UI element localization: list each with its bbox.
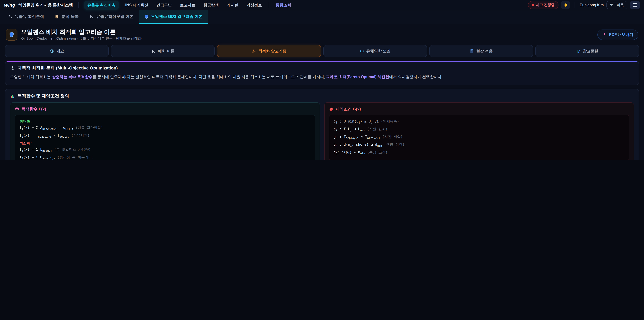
tab-label: 유체역학 모델 <box>366 49 390 54</box>
constraint-panel-title-text: 제약조건 G(x) <box>336 106 361 112</box>
section-body: 오일펜스 배치 최적화는 상충하는 복수 목적함수를 동시에 만족해야 하는 전… <box>10 74 634 80</box>
section-title-text: 다목적 최적화 문제 (Multi-Objective Optimization… <box>18 65 118 71</box>
building-icon <box>470 49 474 53</box>
microscope-icon <box>8 15 12 19</box>
incident-status-label: 사고 진행중 <box>536 3 554 8</box>
logout-button[interactable]: 로그아웃 <box>606 1 627 9</box>
nav-item-hns-air-diffusion[interactable]: HNS·대기확산 <box>120 1 152 10</box>
section-title: 목적함수 및 제약조건 정의 <box>10 93 634 99</box>
tab-references[interactable]: 참고문헌 <box>535 45 639 57</box>
main-nav: 유출유 확산예측 HNS·대기확산 긴급구난 보고자료 항공탐색 게시판 기상정… <box>84 1 524 10</box>
bell-icon <box>564 3 568 7</box>
subtab-spill-analysis[interactable]: 유출유 확산분석 <box>3 11 50 24</box>
tab-label: 현장 적용 <box>476 49 492 54</box>
top-bar: Wing 해양환경 위기대응 통합시스템 유출유 확산예측 HNS·대기확산 긴… <box>0 0 644 11</box>
constraint-formulas: g1 : U·sin(θi) ≤ Uc ∀i (임계유속)g2 : Σ Lj ≤… <box>329 115 629 160</box>
objective-formulas: 최대화:f1(x) = Σ Ablocked,i · wESI,i (가중 차단… <box>15 115 315 160</box>
page-icon-box <box>6 29 18 41</box>
pdf-export-label: PDF 내보내기 <box>609 32 633 37</box>
subtab-boom-algorithm-theory[interactable]: 오일펜스 배치 알고리즘 이론 <box>139 11 208 24</box>
section-tabs: 개요 배치 이론 최적화 알고리즘 유체역학 모델 현장 적용 참고문헌 <box>5 45 639 57</box>
subtab-label: 분석 목록 <box>62 14 79 20</box>
objective-panel-title: 목적함수 F(x) <box>15 106 315 112</box>
objective-panel: 목적함수 F(x) 최대화:f1(x) = Σ Ablocked,i · wES… <box>10 102 320 160</box>
nav-item-reports[interactable]: 보고자료 <box>176 1 199 10</box>
incident-status-badge: 사고 진행중 <box>528 1 559 9</box>
nav-item-aerial-search[interactable]: 항공탐색 <box>200 1 222 10</box>
section-objective-constraints: 목적함수 및 제약조건 정의 목적함수 F(x) 최대화:f1(x) = Σ A… <box>5 89 639 160</box>
formula-line: g4 : d(pi, shore) ≥ dmin (연안 이격) <box>334 141 624 149</box>
menu-button[interactable] <box>630 1 640 9</box>
formula-line: g2 : Σ Lj ≤ Lmax (자원 한계) <box>334 126 624 134</box>
nav-item-emergency-rescue[interactable]: 긴급구난 <box>153 1 175 10</box>
tab-field-application[interactable]: 현장 적용 <box>429 45 533 57</box>
shield-icon <box>144 15 148 19</box>
gear-icon <box>252 49 256 53</box>
constraint-panel: 제약조건 G(x) g1 : U·sin(θi) ≤ Uc ∀i (임계유속)g… <box>324 102 634 160</box>
shield-icon <box>9 32 14 38</box>
objective-constraint-columns: 목적함수 F(x) 최대화:f1(x) = Σ Ablocked,i · wES… <box>10 102 634 160</box>
wave-icon <box>360 49 364 53</box>
nav-item-board[interactable]: 게시판 <box>224 1 242 10</box>
tab-label: 참고문헌 <box>583 49 598 54</box>
highlight-term: 파레토 최적(Pareto Optimal) 해집합 <box>326 75 389 79</box>
tab-hydrodynamics-model[interactable]: 유체역학 모델 <box>323 45 427 57</box>
nav-item-oil-spill-prediction[interactable]: 유출유 확산예측 <box>84 1 119 10</box>
subtab-label: 유출유확산모델 이론 <box>96 14 134 20</box>
pdf-export-button[interactable]: PDF 내보내기 <box>598 30 638 40</box>
globe-icon <box>50 49 54 53</box>
formula-line: g5: h(pi) ≥ hmin (수심 조건) <box>334 149 624 157</box>
nav-item-weather-info[interactable]: 기상정보 <box>243 1 265 10</box>
page-title: 오일펜스 배치 최적화 알고리즘 이론 <box>21 29 142 35</box>
formula-line: g3 : Tdeploy,i ≤ Tarrive,i (시간 제약) <box>334 134 624 141</box>
notifications-button[interactable] <box>561 1 570 9</box>
section-multi-objective: 다목적 최적화 문제 (Multi-Objective Optimization… <box>5 61 639 85</box>
target-icon <box>15 107 19 111</box>
tab-deployment-theory[interactable]: 배치 이론 <box>111 45 215 57</box>
download-icon <box>602 33 607 37</box>
subtab-label: 유출유 확산분석 <box>15 14 44 20</box>
divider <box>78 2 79 8</box>
tab-overview[interactable]: 개요 <box>5 45 109 57</box>
divider <box>575 2 575 8</box>
page-header: 오일펜스 배치 최적화 알고리즘 이론 Oil Boom Deployment … <box>5 24 639 44</box>
clipboard-icon <box>55 15 59 19</box>
objective-panel-title-text: 목적함수 F(x) <box>22 106 46 112</box>
set-square-icon <box>90 15 94 19</box>
section-title-text: 목적함수 및 제약조건 정의 <box>18 93 69 99</box>
page-subtitle: Oil Boom Deployment Optimization · 유출유 확… <box>21 36 142 41</box>
sub-nav: 유출유 확산분석 분석 목록 유출유확산모델 이론 오일펜스 배치 알고리즘 이… <box>0 11 644 24</box>
tab-label: 개요 <box>56 49 64 54</box>
status-dot-icon <box>532 4 534 6</box>
gear-icon <box>10 66 15 71</box>
formula-line: g1 : U·sin(θi) ≤ Uc ∀i (임계유속) <box>334 118 624 126</box>
tab-label: 최적화 알고리즘 <box>258 49 286 54</box>
app-logo: Wing <box>4 3 15 8</box>
formula-line: 최대화: <box>20 118 310 125</box>
constraint-panel-title: 제약조건 G(x) <box>329 106 629 112</box>
bar-chart-icon <box>10 94 15 98</box>
subtab-diffusion-model-theory[interactable]: 유출유확산모델 이론 <box>84 11 139 24</box>
tab-optimization-algorithm[interactable]: 최적화 알고리즘 <box>217 45 321 57</box>
formula-line: 최소화: <box>20 140 310 147</box>
formula-line: f4(x) = Σ Dvessel,k (방제정 총 이동거리) <box>20 154 310 160</box>
set-square-icon <box>151 49 156 53</box>
formula-line: f3(x) = Σ Lboom,j (총 오일펜스 사용량) <box>20 147 310 154</box>
nav-item-integrated-search[interactable]: 통합조회 <box>272 1 294 10</box>
books-icon <box>576 49 580 53</box>
page-title-group: 오일펜스 배치 최적화 알고리즘 이론 Oil Boom Deployment … <box>21 29 142 41</box>
subtab-label: 오일펜스 배치 알고리즘 이론 <box>151 14 202 20</box>
formula-line: f1(x) = Σ Ablocked,i · wESI,i (가중 차단면적) <box>20 125 310 132</box>
divider <box>269 2 269 8</box>
app-title: 해양환경 위기대응 통합시스템 <box>18 2 73 8</box>
section-title: 다목적 최적화 문제 (Multi-Objective Optimization… <box>10 65 634 71</box>
user-name: Eunjeong Kim <box>580 3 604 7</box>
subtab-analysis-list[interactable]: 분석 목록 <box>50 11 84 24</box>
main-content: 오일펜스 배치 최적화 알고리즘 이론 Oil Boom Deployment … <box>0 24 644 160</box>
tab-label: 배치 이론 <box>158 49 174 54</box>
no-entry-icon <box>329 107 333 111</box>
app-window: Wing 해양환경 위기대응 통합시스템 유출유 확산예측 HNS·대기확산 긴… <box>0 0 644 160</box>
highlight-term: 상충하는 복수 목적함수 <box>52 75 92 79</box>
formula-line: f2(x) = Tdeadline - Tdeploy (여유시간) <box>20 132 310 140</box>
top-bar-right: 사고 진행중 Eunjeong Kim 로그아웃 <box>528 1 640 9</box>
